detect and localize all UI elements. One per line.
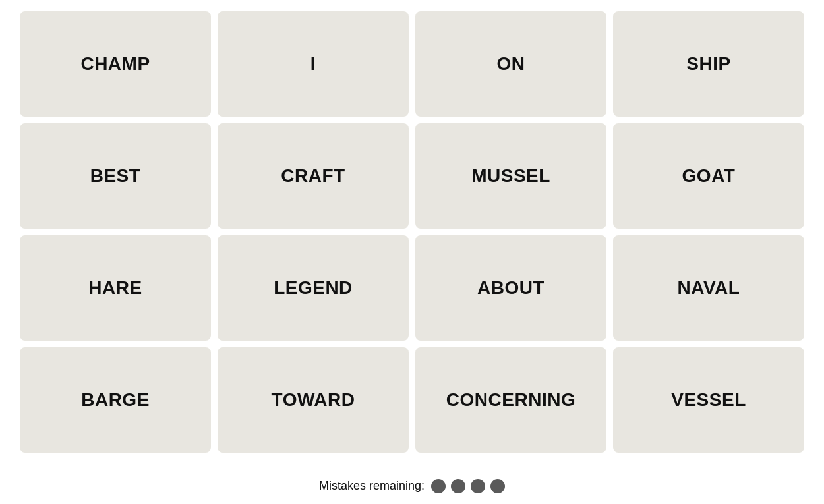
tile-label-on: ON [497,53,525,74]
tile-label-mussel: MUSSEL [471,165,550,186]
tile-champ[interactable]: CHAMP [20,11,211,117]
mistake-dot-3 [471,479,485,493]
tile-ship[interactable]: SHIP [613,11,804,117]
tile-label-toward: TOWARD [272,389,355,410]
tile-concerning[interactable]: CONCERNING [415,347,606,453]
tile-best[interactable]: BEST [20,123,211,229]
tile-label-craft: CRAFT [281,165,345,186]
tile-i[interactable]: I [218,11,409,117]
mistake-dot-2 [451,479,465,493]
tile-label-best: BEST [90,165,141,186]
tile-legend[interactable]: LEGEND [218,235,409,341]
mistake-dot-1 [431,479,446,493]
tile-hare[interactable]: HARE [20,235,211,341]
tile-label-hare: HARE [88,277,142,298]
tile-about[interactable]: ABOUT [415,235,606,341]
mistake-dot-4 [490,479,505,493]
tile-craft[interactable]: CRAFT [218,123,409,229]
mistakes-dots [431,479,505,493]
tile-label-naval: NAVAL [678,277,740,298]
tile-label-legend: LEGEND [274,277,353,298]
tile-label-about: ABOUT [477,277,544,298]
tile-label-concerning: CONCERNING [446,389,575,410]
tile-label-goat: GOAT [682,165,736,186]
tile-label-vessel: VESSEL [671,389,746,410]
tile-goat[interactable]: GOAT [613,123,804,229]
mistakes-remaining-row: Mistakes remaining: [319,479,505,493]
mistakes-label: Mistakes remaining: [319,479,425,493]
tile-label-champ: CHAMP [80,53,150,74]
tile-label-barge: BARGE [81,389,150,410]
tile-mussel[interactable]: MUSSEL [415,123,606,229]
tile-vessel[interactable]: VESSEL [613,347,804,453]
word-grid: CHAMPIONSHIPBESTCRAFTMUSSELGOATHARELEGEN… [20,11,804,453]
tile-naval[interactable]: NAVAL [613,235,804,341]
tile-barge[interactable]: BARGE [20,347,211,453]
tile-label-i: I [310,53,316,74]
tile-label-ship: SHIP [686,53,730,74]
tile-on[interactable]: ON [415,11,606,117]
tile-toward[interactable]: TOWARD [218,347,409,453]
